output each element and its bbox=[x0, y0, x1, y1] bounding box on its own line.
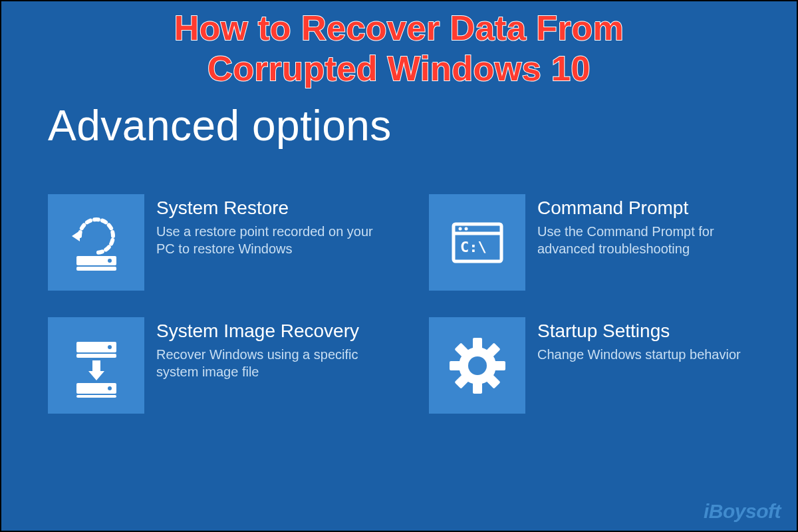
gear-icon bbox=[429, 317, 525, 414]
option-startup-settings[interactable]: Startup Settings Change Windows startup … bbox=[429, 317, 770, 414]
svg-marker-0 bbox=[72, 231, 80, 241]
system-image-recovery-icon bbox=[48, 317, 144, 414]
watermark-logo: iBoysoft bbox=[704, 500, 781, 523]
system-restore-icon bbox=[48, 194, 144, 291]
svg-marker-13 bbox=[88, 371, 104, 380]
advanced-options-grid: System Restore Use a restore point recor… bbox=[48, 194, 770, 414]
page-title: Advanced options bbox=[48, 101, 392, 150]
option-title: System Image Recovery bbox=[156, 320, 389, 342]
article-overlay-title: How to Recover Data From Corrupted Windo… bbox=[1, 8, 797, 90]
svg-point-16 bbox=[108, 386, 112, 390]
option-title: Startup Settings bbox=[537, 320, 770, 342]
option-description: Recover Windows using a specific system … bbox=[156, 346, 389, 380]
svg-rect-15 bbox=[76, 395, 116, 398]
option-title: Command Prompt bbox=[537, 197, 770, 219]
option-title: System Restore bbox=[156, 197, 389, 219]
option-system-image-recovery[interactable]: System Image Recovery Recover Windows us… bbox=[48, 317, 389, 414]
svg-point-7 bbox=[464, 227, 467, 230]
option-system-restore[interactable]: System Restore Use a restore point recor… bbox=[48, 194, 389, 291]
overlay-title-line1: How to Recover Data From bbox=[174, 9, 624, 47]
option-text: Command Prompt Use the Command Prompt fo… bbox=[537, 194, 770, 257]
option-command-prompt[interactable]: C:\ Command Prompt Use the Command Promp… bbox=[429, 194, 770, 291]
svg-rect-2 bbox=[76, 267, 116, 271]
svg-point-11 bbox=[108, 345, 112, 349]
option-text: System Image Recovery Recover Windows us… bbox=[156, 317, 389, 380]
command-prompt-icon: C:\ bbox=[429, 194, 525, 291]
svg-rect-10 bbox=[76, 354, 116, 358]
svg-text:C:\: C:\ bbox=[460, 239, 487, 255]
option-description: Use the Command Prompt for advanced trou… bbox=[537, 223, 770, 257]
option-text: Startup Settings Change Windows startup … bbox=[537, 317, 770, 363]
svg-rect-12 bbox=[92, 360, 100, 372]
svg-point-3 bbox=[108, 259, 112, 263]
svg-point-26 bbox=[468, 356, 487, 375]
option-description: Change Windows startup behavior bbox=[537, 346, 770, 363]
option-description: Use a restore point recorded on your PC … bbox=[156, 223, 389, 257]
option-text: System Restore Use a restore point recor… bbox=[156, 194, 389, 257]
overlay-title-line2: Corrupted Windows 10 bbox=[207, 49, 591, 88]
svg-point-6 bbox=[458, 227, 462, 230]
